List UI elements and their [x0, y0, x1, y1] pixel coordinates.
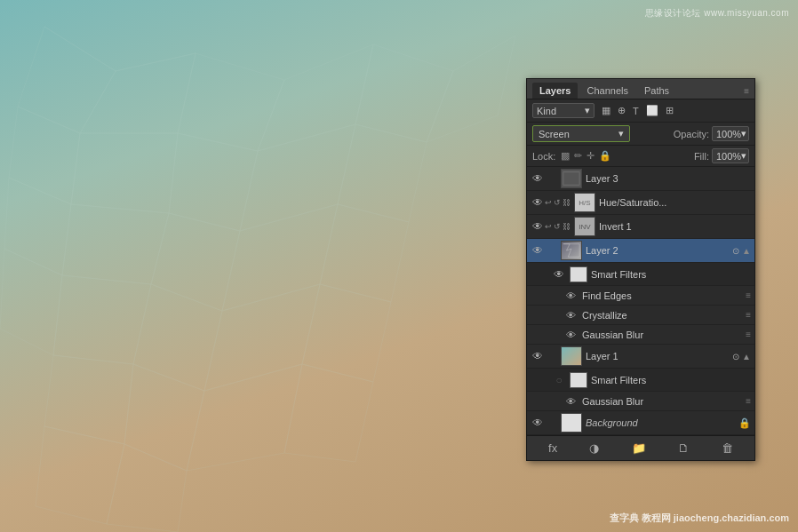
layers-list[interactable]: 👁 Layer 3 👁 ↩ ↺ ⛓ H/S Hue/Saturatio... 👁 — [527, 167, 754, 435]
layer2-scroll-up[interactable]: ▲ — [742, 246, 751, 256]
layer-row-layer2[interactable]: 👁 Layer 2 ⊙ ▲ — [527, 239, 754, 263]
svg-marker-11 — [4, 178, 71, 275]
lock-icons: ▩ ✏ ✛ 🔒 — [561, 150, 611, 162]
svg-marker-6 — [9, 107, 80, 204]
fx-button[interactable]: fx — [545, 440, 561, 457]
layer-row-background[interactable]: 👁 Background 🔒 — [527, 411, 754, 435]
kind-row: Kind ▾ ▦ ⊕ T ⬜ ⊞ — [527, 99, 754, 123]
filter-crystallize[interactable]: 👁 Crystallize ≡ — [527, 306, 754, 325]
svg-marker-26 — [107, 444, 187, 532]
filter-gaussian-blur-1[interactable]: 👁 Gaussian Blur ≡ — [527, 392, 754, 411]
eye-gaussian-blur-1[interactable]: 👁 — [566, 396, 579, 407]
lock-paint-icon[interactable]: ✏ — [574, 150, 582, 162]
svg-marker-24 — [284, 364, 373, 462]
eye-layer1[interactable]: 👁 — [531, 349, 545, 363]
find-edges-name: Find Edges — [582, 290, 742, 301]
kind-icon-adjustment[interactable]: ⊕ — [616, 104, 627, 117]
svg-marker-21 — [44, 355, 133, 444]
layer-row-layer3[interactable]: 👁 Layer 3 — [527, 167, 754, 191]
fill-input[interactable]: 100% ▾ — [712, 148, 749, 163]
eye-smart-filters-2[interactable]: 👁 — [552, 267, 566, 282]
svg-marker-16 — [0, 249, 62, 355]
thumb-layer3 — [561, 169, 582, 188]
panel-bottom: fx ◑ 📁 🗋 🗑 — [527, 435, 754, 460]
fill-group: Fill: 100% ▾ — [694, 148, 749, 163]
crystallize-options[interactable]: ≡ — [746, 310, 751, 320]
smart-filters-2-name: Smart Filters — [591, 269, 751, 280]
opacity-input[interactable]: 100% ▾ — [712, 126, 749, 141]
thumb-invert1: INV — [574, 217, 595, 236]
panel-collapse-button[interactable]: ≡ — [744, 86, 749, 96]
kind-icons: ▦ ⊕ T ⬜ ⊞ — [600, 104, 675, 117]
hue-sat-name: Hue/Saturatio... — [599, 197, 751, 208]
lock-transparent-icon[interactable]: ▩ — [561, 150, 570, 162]
layer-row-smart-filters-1[interactable]: ○ Smart Filters — [527, 369, 754, 392]
filter-find-edges[interactable]: 👁 Find Edges ≡ — [527, 286, 754, 306]
svg-marker-18 — [133, 284, 222, 391]
eye-layer2[interactable]: 👁 — [531, 243, 545, 258]
background-lock-icon: 🔒 — [738, 417, 751, 429]
layer-row-smart-filters-2[interactable]: 👁 Smart Filters — [527, 263, 754, 286]
watermark-bottom: 查字典 教程网 jiaocheng.chazidian.com — [610, 512, 789, 525]
tab-paths[interactable]: Paths — [637, 83, 676, 99]
svg-marker-1 — [80, 53, 196, 133]
group-button[interactable]: 📁 — [628, 440, 650, 457]
layer1-scroll-up[interactable]: ▲ — [742, 352, 751, 361]
svg-marker-25 — [36, 426, 124, 524]
svg-marker-5 — [427, 36, 515, 142]
lock-all-icon[interactable]: 🔒 — [599, 150, 611, 162]
thumb-background — [561, 413, 582, 433]
new-layer-button[interactable]: 🗋 — [674, 440, 693, 457]
kind-icon-text[interactable]: T — [631, 105, 641, 117]
opacity-label: Opacity: — [674, 129, 709, 139]
svg-marker-23 — [187, 364, 302, 471]
svg-rect-33 — [562, 348, 581, 364]
gaussian-blur-1-name: Gaussian Blur — [582, 396, 742, 407]
layer2-icons: ⊙ ▲ — [732, 246, 751, 256]
opacity-group: Opacity: 100% ▾ — [674, 126, 749, 141]
kind-dropdown-arrow: ▾ — [585, 105, 590, 116]
svg-rect-31 — [562, 242, 581, 258]
find-edges-options[interactable]: ≡ — [746, 290, 751, 300]
kind-icon-shape[interactable]: ⬜ — [644, 104, 660, 117]
thumb-hue-sat: H/S — [574, 193, 595, 212]
layer2-name: Layer 2 — [586, 245, 732, 256]
eye-gaussian-blur-2[interactable]: 👁 — [566, 330, 579, 340]
layer-row-hue-sat[interactable]: 👁 ↩ ↺ ⛓ H/S Hue/Saturatio... — [527, 191, 754, 215]
blend-mode-select[interactable]: Screen ▾ — [532, 125, 630, 142]
kind-label: Kind — [537, 106, 556, 116]
fill-arrow: ▾ — [741, 150, 746, 162]
thumb-smart-filters-2 — [570, 266, 587, 282]
svg-marker-7 — [71, 133, 178, 213]
filter-gaussian-blur-2[interactable]: 👁 Gaussian Blur ≡ — [527, 325, 754, 345]
thumb-layer2 — [561, 241, 582, 260]
kind-icon-pixel[interactable]: ▦ — [600, 104, 612, 117]
kind-select[interactable]: Kind ▾ — [532, 103, 595, 118]
svg-line-28 — [116, 53, 196, 71]
tab-layers[interactable]: Layers — [532, 83, 578, 99]
gaussian-blur-2-options[interactable]: ≡ — [746, 330, 751, 339]
smart-filters-1-name: Smart Filters — [591, 375, 751, 385]
eye-background[interactable]: 👁 — [531, 416, 545, 430]
eye-crystallize[interactable]: 👁 — [566, 310, 579, 321]
eye-invert1[interactable]: 👁 — [531, 219, 545, 234]
eye-find-edges[interactable]: 👁 — [566, 290, 579, 301]
opacity-value-text: 100% — [716, 129, 741, 139]
crystallize-name: Crystallize — [582, 310, 742, 321]
delete-button[interactable]: 🗑 — [718, 440, 737, 457]
svg-marker-0 — [18, 27, 116, 133]
watermark-top: 思缘设计论坛 www.missyuan.com — [645, 7, 789, 20]
layer-row-invert1[interactable]: 👁 ↩ ↺ ⛓ INV Invert 1 — [527, 215, 754, 239]
layer-row-layer1[interactable]: 👁 Layer 1 ⊙ ▲ — [527, 345, 754, 369]
gaussian-blur-1-options[interactable]: ≡ — [746, 396, 751, 406]
adjustment-button[interactable]: ◑ — [586, 440, 602, 457]
tab-channels[interactable]: Channels — [579, 83, 634, 99]
lock-move-icon[interactable]: ✛ — [587, 150, 595, 162]
eye-hue-sat[interactable]: 👁 — [531, 195, 545, 210]
fill-label: Fill: — [694, 151, 709, 162]
layers-panel: Layers Channels Paths ≡ Kind ▾ ▦ ⊕ T ⬜ ⊞… — [526, 78, 755, 461]
svg-line-27 — [44, 27, 116, 71]
eye-layer3[interactable]: 👁 — [531, 171, 545, 186]
blend-dropdown-arrow: ▾ — [618, 128, 624, 139]
kind-icon-smart[interactable]: ⊞ — [664, 104, 675, 117]
